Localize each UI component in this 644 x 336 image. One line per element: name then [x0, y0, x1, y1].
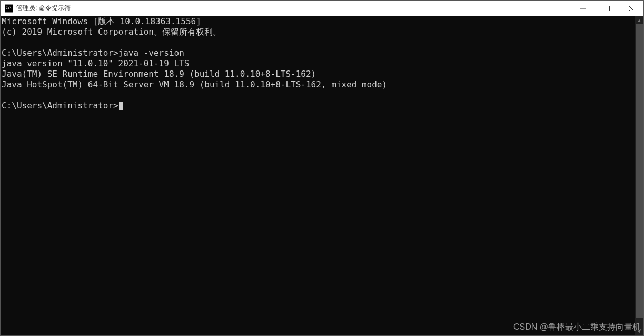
scroll-down-icon[interactable]: ▼	[635, 328, 643, 335]
terminal-line: C:\Users\Administrator>java -version	[2, 48, 184, 58]
terminal-line: Java(TM) SE Runtime Environment 18.9 (bu…	[2, 69, 316, 79]
terminal-cursor	[119, 102, 123, 110]
scroll-thumb[interactable]	[636, 24, 643, 318]
content-area: Microsoft Windows [版本 10.0.18363.1556] (…	[1, 16, 643, 335]
maximize-button[interactable]	[595, 1, 619, 16]
terminal-line: Microsoft Windows [版本 10.0.18363.1556]	[2, 16, 201, 26]
terminal-line: Java HotSpot(TM) 64-Bit Server VM 18.9 (…	[2, 79, 387, 89]
terminal-output[interactable]: Microsoft Windows [版本 10.0.18363.1556] (…	[1, 16, 635, 335]
window-controls	[571, 1, 643, 16]
cmd-icon	[5, 4, 13, 13]
close-button[interactable]	[619, 1, 643, 16]
minimize-icon	[580, 6, 586, 11]
window-title: 管理员: 命令提示符	[16, 4, 571, 13]
scroll-up-icon[interactable]: ▲	[635, 16, 643, 24]
svg-rect-1	[605, 6, 610, 11]
minimize-button[interactable]	[571, 1, 595, 16]
titlebar[interactable]: 管理员: 命令提示符	[1, 1, 643, 16]
command-prompt-window: 管理员: 命令提示符 Microsoft Windows [版本 10.0.18…	[0, 0, 644, 336]
terminal-line: (c) 2019 Microsoft Corporation。保留所有权利。	[2, 27, 221, 37]
close-icon	[629, 6, 634, 11]
maximize-icon	[605, 6, 610, 11]
terminal-prompt: C:\Users\Administrator>	[2, 100, 118, 110]
terminal-line: java version "11.0.10" 2021-01-19 LTS	[2, 58, 189, 68]
scrollbar[interactable]: ▲ ▼	[635, 16, 643, 335]
